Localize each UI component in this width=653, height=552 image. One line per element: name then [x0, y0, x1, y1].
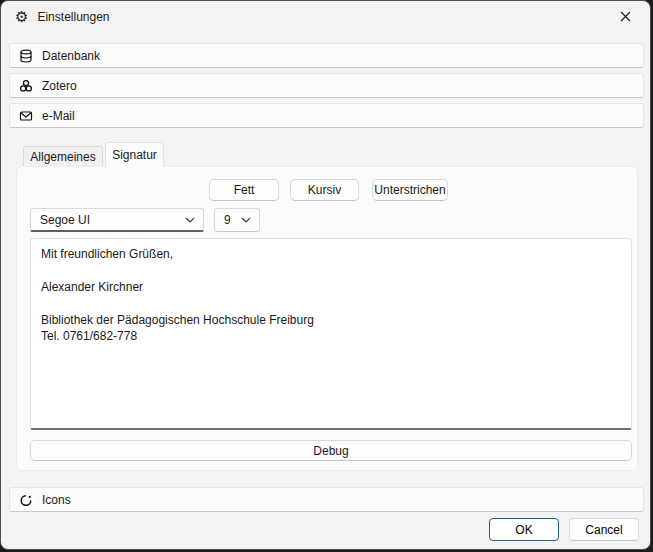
- section-label: e-Mail: [42, 109, 75, 123]
- section-zotero[interactable]: Zotero: [9, 73, 644, 98]
- bold-button[interactable]: Fett: [209, 179, 279, 201]
- section-label: Icons: [42, 493, 71, 507]
- close-icon: [620, 11, 631, 22]
- cancel-button[interactable]: Cancel: [569, 518, 639, 541]
- section-icons[interactable]: Icons: [9, 487, 644, 512]
- font-family-combobox[interactable]: Segoe UI: [30, 208, 204, 232]
- title-bar: ⚙ Einstellungen: [1, 1, 650, 33]
- zotero-icon: [19, 79, 33, 93]
- chevron-down-icon: [241, 217, 251, 223]
- mail-icon: [19, 109, 33, 123]
- section-email[interactable]: e-Mail: [9, 103, 644, 128]
- tab-signatur[interactable]: Signatur: [105, 142, 164, 167]
- section-datenbank[interactable]: Datenbank: [9, 43, 644, 68]
- font-size-combobox[interactable]: 9: [214, 208, 260, 232]
- signatur-panel: Fett Kursiv Unterstrichen Segoe UI 9 Mit…: [16, 166, 638, 471]
- database-icon: [19, 49, 33, 63]
- refresh-icon: [19, 493, 33, 507]
- font-size-value: 9: [215, 213, 241, 227]
- gear-icon: ⚙: [15, 10, 28, 25]
- underline-button[interactable]: Unterstrichen: [372, 179, 448, 201]
- tab-label: Signatur: [112, 148, 157, 162]
- font-family-value: Segoe UI: [31, 213, 185, 227]
- section-label: Datenbank: [42, 49, 100, 63]
- settings-dialog: ⚙ Einstellungen Datenbank Zotero: [0, 0, 651, 550]
- debug-button[interactable]: Debug: [30, 440, 632, 461]
- chevron-down-icon: [185, 217, 195, 223]
- italic-button[interactable]: Kursiv: [290, 179, 359, 201]
- tab-label: Allgemeines: [30, 150, 95, 164]
- ok-button[interactable]: OK: [489, 518, 559, 541]
- close-button[interactable]: [603, 2, 648, 31]
- section-label: Zotero: [42, 79, 77, 93]
- signature-textbox[interactable]: Mit freundlichen Grüßen, Alexander Kirch…: [30, 238, 632, 430]
- window-title: Einstellungen: [37, 10, 109, 24]
- tab-allgemeines[interactable]: Allgemeines: [23, 146, 103, 167]
